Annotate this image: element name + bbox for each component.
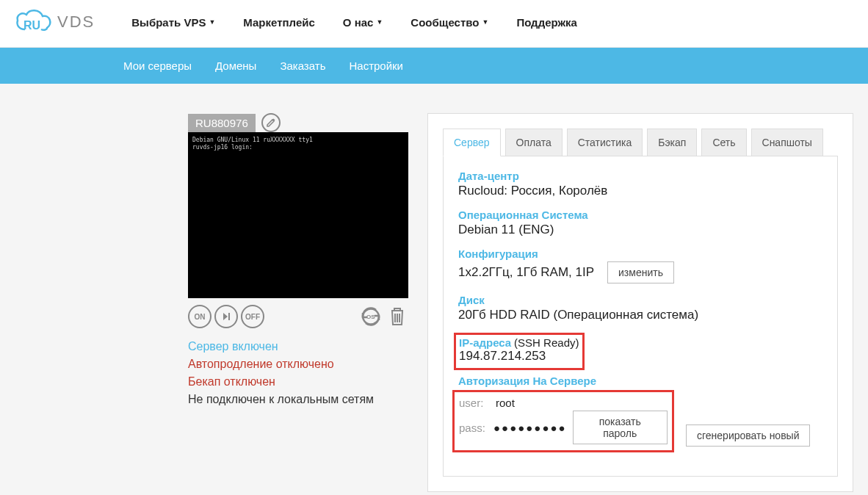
nav-choose-vps[interactable]: Выбрать VPS▼ — [131, 16, 215, 29]
status-autorenew-off: Автопродление отключено — [188, 355, 408, 373]
section-disk: Диск 20Гб HDD RAID (Операционная система… — [458, 294, 822, 322]
svg-text:RU: RU — [23, 19, 40, 32]
logo[interactable]: RU VDS — [15, 7, 95, 37]
nav-community-label: Сообщество — [411, 16, 479, 29]
subnav-order[interactable]: Заказать — [280, 59, 325, 72]
highlight-auth-box: user: root pass: ●●●●●●●●● показать паро… — [452, 390, 674, 452]
section-os: Операционная Система Debian 11 (ENG) — [458, 209, 822, 237]
tab-payment[interactable]: Оплата — [505, 129, 563, 156]
status-server-on: Сервер включен — [188, 338, 408, 355]
tab-body-server: Дата-центр Rucloud: Россия, Королёв Опер… — [443, 156, 838, 477]
generate-password-button[interactable]: сгенерировать новый — [686, 424, 810, 447]
server-action-row: ON OFF OS — [188, 304, 408, 329]
restart-button[interactable] — [214, 305, 238, 328]
cloud-logo-icon: RU — [15, 7, 53, 37]
console-line: Debian GNU/Linux 11 ruXXXXXXX tty1 — [192, 137, 404, 144]
tab-server[interactable]: Сервер — [443, 129, 501, 156]
os-label: Операционная Система — [458, 209, 822, 221]
nav-support[interactable]: Поддержка — [516, 16, 577, 29]
chevron-down-icon: ▼ — [482, 18, 488, 26]
nav-marketplace[interactable]: Маркетплейс — [243, 16, 314, 29]
chevron-down-icon: ▼ — [376, 18, 383, 26]
main-content: RU880976 Debian GNU/Linux 11 ruXXXXXXX t… — [0, 84, 868, 495]
tab-backup[interactable]: Бэкап — [647, 129, 697, 156]
status-no-local-net: Не подключен к локальным сетям — [188, 391, 408, 408]
disk-label: Диск — [458, 294, 822, 306]
subnav-domains[interactable]: Домены — [215, 59, 256, 72]
skip-icon — [221, 311, 231, 322]
tab-stats[interactable]: Статистика — [567, 129, 643, 156]
server-preview-column: RU880976 Debian GNU/Linux 11 ruXXXXXXX t… — [188, 113, 408, 408]
tab-network[interactable]: Сеть — [701, 129, 746, 156]
config-label: Конфигурация — [458, 248, 822, 260]
section-datacenter: Дата-центр Rucloud: Россия, Королёв — [458, 170, 822, 198]
tab-snapshots[interactable]: Снапшоты — [751, 129, 823, 156]
section-config: Конфигурация 1x2.2ГГц, 1Гб RAM, 1IP изме… — [458, 248, 822, 283]
auth-pass-label: pass: — [459, 422, 488, 434]
auth-user-value: root — [496, 397, 515, 409]
datacenter-label: Дата-центр — [458, 170, 822, 182]
server-details-panel: Сервер Оплата Статистика Бэкап Сеть Снап… — [427, 113, 853, 492]
server-status-block: Сервер включен Автопродление отключено Б… — [188, 338, 408, 408]
section-auth: Авторизация На Сервере user: root pass: … — [458, 375, 822, 452]
ip-value: 194.87.214.253 — [459, 349, 579, 364]
auth-pass-value: ●●●●●●●●● — [493, 422, 567, 434]
vnc-console-preview[interactable]: Debian GNU/Linux 11 ruXXXXXXX tty1 ruvds… — [188, 132, 408, 298]
section-ip: IP-адреса (SSH Ready) 194.87.214.253 — [458, 333, 822, 370]
reinstall-os-button[interactable]: OS — [358, 304, 383, 329]
disk-value: 20Гб HDD RAID (Операционная система) — [458, 308, 822, 322]
power-on-button[interactable]: ON — [188, 305, 211, 328]
logo-text-vds: VDS — [57, 12, 95, 32]
config-value: 1x2.2ГГц, 1Гб RAM, 1IP — [458, 265, 594, 280]
auth-user-label: user: — [459, 397, 490, 409]
nav-about[interactable]: О нас▼ — [343, 16, 383, 29]
subnav-my-servers[interactable]: Мои серверы — [123, 59, 192, 72]
nav-community[interactable]: Сообщество▼ — [411, 16, 488, 29]
details-tabs: Сервер Оплата Статистика Бэкап Сеть Снап… — [443, 129, 838, 156]
os-value: Debian 11 (ENG) — [458, 223, 822, 237]
delete-server-button[interactable] — [386, 306, 408, 328]
power-off-button[interactable]: OFF — [241, 305, 264, 328]
ip-label: IP-адреса — [459, 336, 511, 349]
nav-choose-vps-label: Выбрать VPS — [131, 16, 206, 29]
console-line: ruvds-jp16 login: — [192, 144, 404, 151]
top-nav: Выбрать VPS▼ Маркетплейс О нас▼ Сообщест… — [131, 16, 577, 29]
datacenter-value: Rucloud: Россия, Королёв — [458, 184, 822, 198]
top-header: RU VDS Выбрать VPS▼ Маркетплейс О нас▼ С… — [0, 0, 868, 48]
reload-os-icon: OS — [358, 304, 383, 329]
server-name-badge: RU880976 — [188, 114, 256, 132]
chevron-down-icon: ▼ — [209, 18, 215, 26]
highlight-ip-box: IP-адреса (SSH Ready) 194.87.214.253 — [454, 333, 585, 370]
auth-label: Авторизация На Сервере — [458, 375, 822, 387]
pencil-icon — [266, 118, 276, 128]
trash-icon — [388, 306, 406, 327]
show-password-button[interactable]: показать пароль — [573, 411, 668, 444]
secondary-nav-bar: Мои серверы Домены Заказать Настройки — [0, 48, 868, 84]
change-config-button[interactable]: изменить — [607, 261, 674, 283]
status-backup-off: Бекап отключен — [188, 373, 408, 391]
subnav-settings[interactable]: Настройки — [349, 59, 403, 72]
nav-about-label: О нас — [343, 16, 374, 29]
edit-server-name-button[interactable] — [261, 113, 281, 132]
svg-text:OS: OS — [366, 314, 375, 320]
ssh-ready-text: (SSH Ready) — [514, 336, 579, 349]
